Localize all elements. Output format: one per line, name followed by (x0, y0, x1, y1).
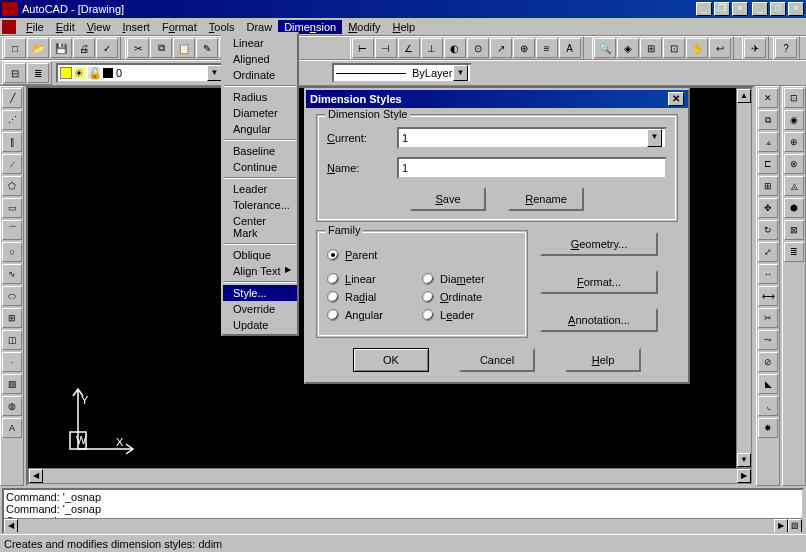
tool-rotate-icon[interactable]: ↻ (758, 220, 778, 240)
app-maximize-button[interactable]: □ (770, 2, 786, 16)
geometry-button[interactable]: Geometry... (540, 232, 658, 256)
annotation-button[interactable]: Annotation... (540, 308, 658, 332)
tool-m6-icon[interactable]: ⬢ (784, 198, 804, 218)
tool-lengthen-icon[interactable]: ⟷ (758, 286, 778, 306)
tool-aerial-icon[interactable]: ✈ (744, 38, 766, 58)
save-button[interactable]: Save (410, 187, 486, 211)
tool-rectangle-icon[interactable]: ▭ (2, 198, 22, 218)
app-minimize-button[interactable]: _ (752, 2, 768, 16)
vertical-scrollbar[interactable]: ▲ ▼ (736, 88, 752, 468)
tool-pan-icon[interactable]: ✋ (686, 38, 708, 58)
radio-parent[interactable] (327, 249, 339, 261)
tool-zoom4-icon[interactable]: ⊡ (663, 38, 685, 58)
rename-button[interactable]: Rename (508, 187, 584, 211)
tool-layers-icon[interactable]: ≣ (27, 63, 49, 83)
menu-item-oblique[interactable]: Oblique (223, 247, 297, 263)
tool-hatch-icon[interactable]: ▨ (2, 374, 22, 394)
tool-ellipse-icon[interactable]: ⬭ (2, 286, 22, 306)
tool-zoom3-icon[interactable]: ⊞ (640, 38, 662, 58)
tool-spell-icon[interactable]: ✓ (96, 38, 118, 58)
menu-item-aligned[interactable]: Aligned (223, 51, 297, 67)
tool-xline-icon[interactable]: ⋰ (2, 110, 22, 130)
tool-dim9-icon[interactable]: ≡ (536, 38, 558, 58)
scroll-grip-icon[interactable]: ▧ (788, 519, 802, 533)
tool-zoom2-icon[interactable]: ◈ (617, 38, 639, 58)
tool-pline-icon[interactable]: ⟋ (2, 154, 22, 174)
menu-item-update[interactable]: Update (223, 317, 297, 333)
tool-scale-icon[interactable]: ⤢ (758, 242, 778, 262)
menu-item-tolerance-[interactable]: Tolerance... (223, 197, 297, 213)
horizontal-scrollbar[interactable]: ◀ ▶ (28, 468, 752, 484)
tool-extend-icon[interactable]: ⤳ (758, 330, 778, 350)
menu-insert[interactable]: Insert (116, 20, 156, 34)
menu-item-center-mark[interactable]: Center Mark (223, 213, 297, 241)
tool-dim3-icon[interactable]: ∠ (398, 38, 420, 58)
tool-insert-icon[interactable]: ⊞ (2, 308, 22, 328)
dropdown-arrow-icon[interactable]: ▼ (453, 65, 468, 81)
tool-dim2-icon[interactable]: ⊣ (375, 38, 397, 58)
radio-radial[interactable] (327, 291, 339, 303)
scroll-left-icon[interactable]: ◀ (29, 469, 43, 483)
tool-array-icon[interactable]: ⊞ (758, 176, 778, 196)
tool-explode-icon[interactable]: ✸ (758, 418, 778, 438)
menu-item-baseline[interactable]: Baseline (223, 143, 297, 159)
tool-move-icon[interactable]: ✥ (758, 198, 778, 218)
tool-dim10-icon[interactable]: A (559, 38, 581, 58)
tool-line-icon[interactable]: ╱ (2, 88, 22, 108)
scroll-down-icon[interactable]: ▼ (737, 453, 751, 467)
tool-dim1-icon[interactable]: ⊢ (352, 38, 374, 58)
tool-mirror-icon[interactable]: ⟁ (758, 132, 778, 152)
dropdown-arrow-icon[interactable]: ▼ (647, 129, 662, 147)
app-close-button[interactable]: × (788, 2, 804, 16)
radio-ordinate[interactable] (422, 291, 434, 303)
menu-item-angular[interactable]: Angular (223, 121, 297, 137)
command-scrollbar[interactable]: ◀ ▶ ▧ (4, 518, 802, 532)
menu-item-override[interactable]: Override (223, 301, 297, 317)
tool-m4-icon[interactable]: ⊗ (784, 154, 804, 174)
tool-offset-icon[interactable]: ⊏ (758, 154, 778, 174)
tool-match-icon[interactable]: ✎ (196, 38, 218, 58)
tool-chamfer-icon[interactable]: ◣ (758, 374, 778, 394)
radio-diameter[interactable] (422, 273, 434, 285)
tool-spline-icon[interactable]: ∿ (2, 264, 22, 284)
mdi-minimize-button[interactable]: _ (696, 2, 712, 16)
tool-m5-icon[interactable]: ◬ (784, 176, 804, 196)
scroll-up-icon[interactable]: ▲ (737, 89, 751, 103)
tool-paste-icon[interactable]: 📋 (173, 38, 195, 58)
tool-erase-icon[interactable]: ✕ (758, 88, 778, 108)
tool-zoomprev-icon[interactable]: ↩ (709, 38, 731, 58)
scroll-right-icon[interactable]: ▶ (737, 469, 751, 483)
mdi-close-button[interactable]: × (732, 2, 748, 16)
dialog-close-button[interactable]: ✕ (668, 92, 684, 106)
tool-new-icon[interactable]: □ (4, 38, 26, 58)
tool-dim7-icon[interactable]: ↗ (490, 38, 512, 58)
tool-circle-icon[interactable]: ○ (2, 242, 22, 262)
tool-dim6-icon[interactable]: ⊙ (467, 38, 489, 58)
menu-item-diameter[interactable]: Diameter (223, 105, 297, 121)
tool-m3-icon[interactable]: ⊕ (784, 132, 804, 152)
tool-open-icon[interactable]: 📂 (27, 38, 49, 58)
menu-item-leader[interactable]: Leader (223, 181, 297, 197)
format-button[interactable]: Format... (540, 270, 658, 294)
tool-text-icon[interactable]: A (2, 418, 22, 438)
name-input[interactable]: 1 (397, 157, 667, 179)
tool-mline-icon[interactable]: ∥ (2, 132, 22, 152)
tool-cut-icon[interactable]: ✂ (127, 38, 149, 58)
ok-button[interactable]: OK (353, 348, 429, 372)
tool-arc-icon[interactable]: ⌒ (2, 220, 22, 240)
tool-zoom1-icon[interactable]: 🔍 (594, 38, 616, 58)
linetype-combo[interactable]: ByLayer ▼ (332, 63, 472, 83)
menu-edit[interactable]: Edit (50, 20, 81, 34)
tool-dim8-icon[interactable]: ⊕ (513, 38, 535, 58)
current-style-combo[interactable]: 1 ▼ (397, 127, 667, 149)
tool-copy-icon[interactable]: ⧉ (150, 38, 172, 58)
tool-break-icon[interactable]: ⊘ (758, 352, 778, 372)
menu-item-radius[interactable]: Radius (223, 89, 297, 105)
tool-dim5-icon[interactable]: ◐ (444, 38, 466, 58)
help-button[interactable]: Help (565, 348, 641, 372)
tool-fillet-icon[interactable]: ◟ (758, 396, 778, 416)
menu-item-align-text[interactable]: Align Text▶ (223, 263, 297, 279)
tool-m8-icon[interactable]: ≣ (784, 242, 804, 262)
menu-item-continue[interactable]: Continue (223, 159, 297, 175)
tool-point-icon[interactable]: · (2, 352, 22, 372)
